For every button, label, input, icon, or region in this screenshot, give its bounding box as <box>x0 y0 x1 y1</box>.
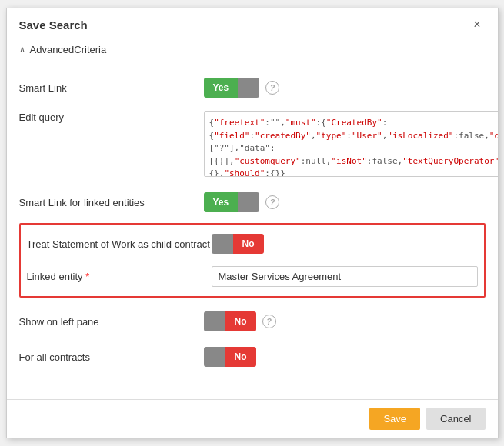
save-search-dialog: Save Search × ∧ AdvancedCriteria Smart L… <box>6 8 499 438</box>
smart-link-entities-toggle[interactable]: Yes <box>204 192 260 212</box>
linked-entity-control <box>212 266 478 287</box>
smart-link-toggle[interactable]: Yes <box>204 78 260 98</box>
for-all-contracts-control: No <box>204 347 486 367</box>
toggle-off-all <box>204 347 225 367</box>
advanced-criteria-section[interactable]: ∧ AdvancedCriteria <box>19 39 486 62</box>
treat-statement-toggle[interactable]: No <box>212 234 264 254</box>
dialog-header: Save Search × <box>7 8 498 39</box>
smart-link-label: Smart Link <box>19 82 204 94</box>
show-left-pane-help-icon[interactable]: ? <box>262 315 276 328</box>
linked-entity-row: Linked entity * <box>27 260 478 293</box>
smart-link-entities-control: Yes ? <box>204 192 486 212</box>
show-left-pane-toggle[interactable]: No <box>204 311 256 331</box>
section-label: AdvancedCriteria <box>30 44 107 55</box>
dialog-body: ∧ AdvancedCriteria Smart Link Yes ? Edit… <box>7 39 498 399</box>
linked-entity-label: Linked entity * <box>27 271 212 282</box>
smart-link-help-icon[interactable]: ? <box>265 81 279 95</box>
close-button[interactable]: × <box>469 16 485 33</box>
query-textarea[interactable]: {"freetext":"","must":{"CreatedBy":{"fie… <box>204 112 498 177</box>
toggle-no-treat: No <box>233 234 264 254</box>
cancel-button[interactable]: Cancel <box>426 408 485 430</box>
treat-statement-row: Treat Statement of Work as child contrac… <box>27 228 478 260</box>
chevron-icon: ∧ <box>19 45 25 55</box>
toggle-off-show <box>204 311 225 331</box>
highlighted-section: Treat Statement of Work as child contrac… <box>19 223 486 298</box>
smart-link-entities-row: Smart Link for linked entities Yes ? <box>19 185 486 220</box>
required-marker: * <box>85 271 89 282</box>
toggle-no-show: No <box>225 311 256 331</box>
toggle-yes-entities: Yes <box>204 192 239 212</box>
for-all-contracts-row: For all contracts No <box>19 339 486 374</box>
divider <box>19 62 486 62</box>
smart-link-entities-help-icon[interactable]: ? <box>265 195 279 209</box>
edit-query-control: {"freetext":"","must":{"CreatedBy":{"fie… <box>204 112 498 177</box>
dialog-title: Save Search <box>19 18 88 32</box>
for-all-contracts-toggle[interactable]: No <box>204 347 256 367</box>
show-left-pane-row: Show on left pane No ? <box>19 304 486 339</box>
linked-entity-input[interactable] <box>212 266 478 287</box>
edit-query-label: Edit query <box>19 112 204 123</box>
toggle-yes-label: Yes <box>204 78 239 98</box>
for-all-contracts-label: For all contracts <box>19 351 204 363</box>
toggle-off-part <box>238 78 259 98</box>
smart-link-control: Yes ? <box>204 78 486 98</box>
edit-query-row: Edit query {"freetext":"","must":{"Creat… <box>19 105 486 185</box>
treat-statement-label: Treat Statement of Work as child contrac… <box>27 238 212 250</box>
toggle-off-entities <box>238 192 259 212</box>
smart-link-entities-label: Smart Link for linked entities <box>19 197 204 208</box>
toggle-off-treat <box>212 234 233 254</box>
save-button[interactable]: Save <box>369 408 420 430</box>
toggle-no-all: No <box>225 347 256 367</box>
dialog-footer: Save Cancel <box>7 399 498 438</box>
show-left-pane-control: No ? <box>204 311 486 331</box>
show-left-pane-label: Show on left pane <box>19 316 204 328</box>
smart-link-row: Smart Link Yes ? <box>19 70 486 105</box>
treat-statement-control: No <box>212 234 478 254</box>
